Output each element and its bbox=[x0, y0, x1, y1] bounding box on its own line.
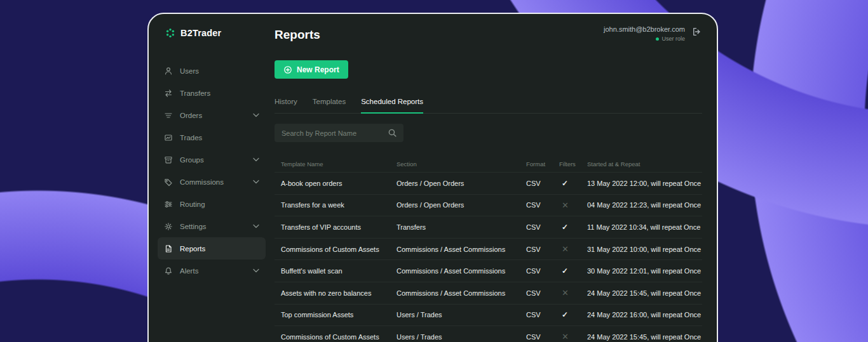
page-title: Reports bbox=[275, 28, 320, 42]
template-name-cell: Transfers of VIP accounts bbox=[275, 223, 397, 231]
logout-icon[interactable] bbox=[691, 27, 702, 37]
sidebar-item-label: Reports bbox=[180, 245, 205, 253]
template-name-cell: Commissions of Custom Assets bbox=[275, 333, 397, 341]
started-at-cell: 13 May 2022 12:00, will repeat Once bbox=[587, 180, 702, 187]
sidebar: B2Trader Users Transfers Orders Trades bbox=[149, 14, 275, 342]
started-at-cell: 31 May 2022 10:00, will repeat Once bbox=[587, 246, 702, 253]
document-icon bbox=[164, 244, 173, 253]
sidebar-item-orders[interactable]: Orders bbox=[158, 104, 266, 126]
chevron-down-icon bbox=[253, 180, 259, 184]
filter-status-icon: ✕ bbox=[559, 244, 587, 254]
chevron-down-icon bbox=[253, 268, 259, 273]
tab-templates[interactable]: Templates bbox=[313, 94, 346, 113]
filter-status-icon: ✕ bbox=[559, 201, 587, 210]
search-box bbox=[275, 124, 403, 142]
started-at-cell: 24 May 2022 15:45, will repeat Once bbox=[587, 289, 702, 297]
b2trader-logo-icon bbox=[165, 28, 175, 38]
format-cell: CSV bbox=[526, 289, 559, 297]
sidebar-item-label: Routing bbox=[180, 201, 205, 208]
format-cell: CSV bbox=[526, 223, 559, 231]
template-name-cell: Transfers for a week bbox=[275, 201, 397, 209]
table-row[interactable]: Commissions of Custom Assets Users / Tra… bbox=[275, 326, 702, 342]
sidebar-item-label: Commissions bbox=[180, 178, 224, 186]
main-content: Reports john.smith@b2broker.com User rol… bbox=[275, 14, 704, 342]
template-name-cell: Assets with no zero balances bbox=[275, 289, 397, 297]
sidebar-item-reports[interactable]: Reports bbox=[158, 237, 266, 260]
bell-icon bbox=[164, 266, 173, 275]
transfers-icon bbox=[164, 89, 173, 98]
brand-logo[interactable]: B2Trader bbox=[165, 28, 221, 38]
table-row[interactable]: Top commission Assets Users / Trades CSV… bbox=[275, 305, 702, 327]
sidebar-nav: Users Transfers Orders Trades Groups bbox=[149, 60, 275, 282]
chevron-down-icon bbox=[253, 224, 259, 228]
section-cell: Orders / Open Orders bbox=[397, 180, 526, 187]
started-at-cell: 11 May 2022 10:34, will repeat Once bbox=[587, 223, 702, 231]
filter-status-icon: ✕ bbox=[559, 288, 587, 298]
section-cell: Commissions / Asset Commissions bbox=[397, 267, 526, 275]
format-cell: CSV bbox=[526, 201, 559, 209]
table-row[interactable]: Transfers for a week Orders / Open Order… bbox=[275, 195, 702, 217]
column-header: Format bbox=[526, 161, 559, 168]
format-cell: CSV bbox=[526, 311, 559, 319]
tab-scheduled-reports[interactable]: Scheduled Reports bbox=[361, 94, 423, 114]
format-cell: CSV bbox=[526, 246, 559, 253]
sidebar-item-users[interactable]: Users bbox=[158, 60, 266, 82]
table-row[interactable]: A-book open orders Orders / Open Orders … bbox=[275, 173, 702, 195]
template-name-cell: Top commission Assets bbox=[275, 311, 397, 319]
table-row[interactable]: Assets with no zero balances Commissions… bbox=[275, 282, 702, 305]
plus-circle-icon bbox=[283, 65, 292, 74]
sidebar-item-routing[interactable]: Routing bbox=[158, 193, 266, 215]
sidebar-item-groups[interactable]: Groups bbox=[158, 148, 266, 171]
column-header: Started at & Repeat bbox=[587, 161, 702, 168]
user-role: User role bbox=[656, 36, 685, 42]
chevron-down-icon bbox=[253, 113, 259, 117]
sidebar-item-label: Transfers bbox=[180, 89, 210, 97]
filter-status-icon: ✓ bbox=[559, 310, 587, 319]
template-name-cell: Commissions of Custom Assets bbox=[275, 246, 397, 253]
started-at-cell: 04 May 2022 12:23, will repeat Once bbox=[587, 201, 702, 209]
orders-icon bbox=[164, 111, 173, 120]
report-tabs: History Templates Scheduled Reports bbox=[275, 94, 702, 114]
format-cell: CSV bbox=[526, 333, 559, 341]
section-cell: Users / Trades bbox=[397, 333, 526, 341]
sidebar-item-label: Orders bbox=[180, 112, 202, 119]
format-cell: CSV bbox=[526, 267, 559, 275]
sidebar-item-alerts[interactable]: Alerts bbox=[158, 260, 266, 282]
column-header: Section bbox=[397, 161, 526, 168]
app-window: B2Trader Users Transfers Orders Trades bbox=[147, 13, 718, 342]
filter-status-icon: ✓ bbox=[559, 179, 587, 188]
section-cell: Users / Trades bbox=[397, 311, 526, 319]
brand-name: B2Trader bbox=[180, 28, 221, 38]
started-at-cell: 24 May 2022 15:45, will repeat Once bbox=[587, 333, 702, 341]
new-report-button[interactable]: New Report bbox=[275, 60, 348, 79]
table-row[interactable]: Transfers of VIP accounts Transfers CSV … bbox=[275, 216, 702, 239]
sidebar-item-label: Alerts bbox=[180, 267, 198, 275]
table-row[interactable]: Buffett's wallet scan Commissions / Asse… bbox=[275, 260, 702, 282]
section-cell: Commissions / Asset Commissions bbox=[397, 246, 526, 253]
sidebar-item-transfers[interactable]: Transfers bbox=[158, 82, 266, 104]
sidebar-item-trades[interactable]: Trades bbox=[158, 126, 266, 148]
search-icon bbox=[388, 128, 397, 138]
trades-icon bbox=[164, 133, 173, 142]
tab-history[interactable]: History bbox=[275, 94, 297, 113]
sidebar-item-label: Trades bbox=[180, 134, 202, 141]
sidebar-item-label: Users bbox=[180, 67, 199, 75]
scheduled-reports-table: Template Name Section Format Filters Sta… bbox=[275, 156, 702, 342]
section-cell: Orders / Open Orders bbox=[397, 201, 526, 209]
sidebar-item-settings[interactable]: Settings bbox=[158, 215, 266, 237]
started-at-cell: 30 May 2022 12:01, will repeat Once bbox=[587, 267, 702, 275]
section-cell: Transfers bbox=[397, 223, 526, 231]
chevron-down-icon bbox=[253, 157, 259, 162]
sidebar-item-label: Groups bbox=[180, 156, 204, 164]
groups-icon bbox=[164, 155, 173, 164]
filter-status-icon: ✓ bbox=[559, 223, 587, 232]
table-row[interactable]: Commissions of Custom Assets Commissions… bbox=[275, 239, 702, 261]
user-block: john.smith@b2broker.com User role bbox=[604, 25, 702, 42]
search-input[interactable] bbox=[275, 124, 388, 142]
user-email: john.smith@b2broker.com bbox=[604, 25, 685, 33]
table-header-row: Template Name Section Format Filters Sta… bbox=[275, 156, 702, 173]
users-icon bbox=[164, 67, 173, 76]
role-status-dot bbox=[656, 37, 659, 41]
sidebar-item-commissions[interactable]: Commissions bbox=[158, 171, 266, 193]
user-role-label: User role bbox=[661, 36, 685, 42]
